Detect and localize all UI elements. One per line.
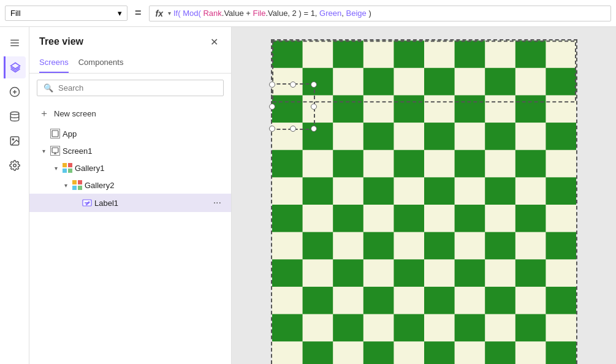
svg-point-9 <box>12 138 13 140</box>
tree-item-label1[interactable]: Label1 ··· <box>29 194 231 212</box>
fill-chevron-icon: ▾ <box>118 9 122 18</box>
tree-items: App ▾ Screen1 ▾ <box>29 125 231 364</box>
screen1-chevron-icon: ▾ <box>39 148 48 154</box>
svg-rect-19 <box>72 180 77 184</box>
tree-panel: Tree view ✕ Screens Components 🔍 ＋ New s… <box>29 27 232 364</box>
tree-item-screen1[interactable]: ▾ Screen1 <box>29 142 231 159</box>
tree-header: Tree view ✕ <box>29 27 231 54</box>
media-icon-button[interactable] <box>4 130 26 152</box>
tree-item-gallery2[interactable]: ▾ Gallery2 <box>29 176 231 194</box>
canvas-wrapper <box>271 39 577 364</box>
gallery2-chevron-icon: ▾ <box>61 182 70 189</box>
screen1-label: Screen1 <box>63 146 221 156</box>
svg-rect-17 <box>63 169 67 173</box>
label1-more-button[interactable]: ··· <box>213 197 221 208</box>
svg-rect-20 <box>78 180 82 184</box>
plus-icon: ＋ <box>39 107 49 120</box>
svg-point-7 <box>10 112 19 115</box>
search-box: 🔍 <box>37 80 224 96</box>
fill-label: Fill <box>10 9 21 18</box>
tree-close-button[interactable]: ✕ <box>207 34 221 49</box>
fx-chevron-icon: ▾ <box>168 10 171 17</box>
label1-label: Label1 <box>94 199 211 208</box>
svg-rect-18 <box>68 169 72 173</box>
formula-bar[interactable]: fx ▾ If( Mod( Rank.Value + File.Value, 2… <box>149 6 611 21</box>
formula-text: If( Mod( Rank.Value + File.Value, 2 ) = … <box>173 9 371 18</box>
svg-rect-21 <box>72 186 77 190</box>
new-screen-button[interactable]: ＋ New screen <box>29 102 231 125</box>
new-screen-label: New screen <box>54 109 96 118</box>
tree-item-app[interactable]: App <box>29 125 231 142</box>
search-input[interactable] <box>58 83 217 93</box>
tree-item-gallery1[interactable]: ▾ Gallery1 <box>29 159 231 176</box>
svg-rect-11 <box>52 131 58 137</box>
main-content: Tree view ✕ Screens Components 🔍 ＋ New s… <box>0 27 616 364</box>
fx-label: fx <box>156 9 163 18</box>
layers-icon-button[interactable] <box>4 56 26 78</box>
svg-rect-15 <box>63 163 67 167</box>
tree-tabs: Screens Components <box>29 54 231 74</box>
gallery2-icon <box>72 180 82 190</box>
checkerboard-canvas[interactable] <box>271 39 577 364</box>
svg-point-10 <box>13 164 16 167</box>
database-icon-button[interactable] <box>4 105 26 127</box>
search-icon: 🔍 <box>44 83 53 93</box>
tab-components[interactable]: Components <box>78 54 124 73</box>
add-icon-button[interactable] <box>4 81 26 103</box>
label1-icon <box>82 198 92 208</box>
screen1-icon <box>50 146 60 156</box>
gallery1-label: Gallery1 <box>75 164 221 173</box>
canvas-area <box>232 27 616 364</box>
gallery1-chevron-icon: ▾ <box>51 165 60 172</box>
tree-title: Tree view <box>39 36 83 47</box>
fill-dropdown[interactable]: Fill ▾ <box>5 6 127 21</box>
app-icon <box>50 129 60 138</box>
equals-sign: = <box>135 7 142 20</box>
svg-rect-28 <box>272 40 576 364</box>
svg-rect-22 <box>78 186 82 190</box>
gallery1-icon <box>63 163 72 173</box>
app-label: App <box>63 129 221 138</box>
svg-rect-16 <box>68 163 72 167</box>
svg-rect-12 <box>52 148 58 153</box>
gallery2-label: Gallery2 <box>85 181 221 190</box>
settings-icon-button[interactable] <box>4 154 26 176</box>
tab-screens[interactable]: Screens <box>39 54 69 73</box>
menu-icon-button[interactable] <box>4 32 26 54</box>
icon-bar <box>0 27 29 364</box>
top-bar: Fill ▾ = fx ▾ If( Mod( Rank.Value + File… <box>0 0 616 27</box>
